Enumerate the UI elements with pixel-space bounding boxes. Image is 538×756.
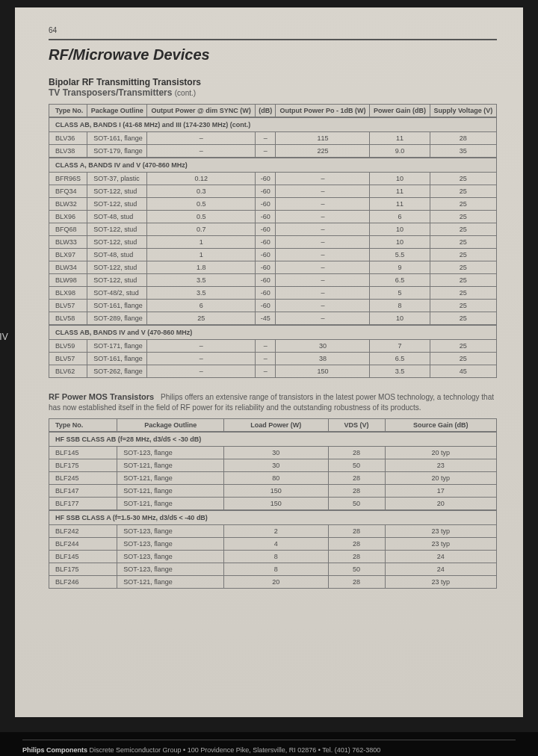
cell: 35 xyxy=(430,145,496,158)
table-row: BLV59SOT-171, flange––30725 xyxy=(49,340,497,353)
cell: 23 typ xyxy=(385,525,496,538)
cell: – xyxy=(147,365,256,378)
cell: SOT-123, flange xyxy=(117,525,224,538)
cell: BLF245 xyxy=(49,472,117,485)
cell: -60 xyxy=(256,223,276,236)
section-label: HF SSB CLASS AB (f=28 MHz, d3/d5 < -30 d… xyxy=(49,432,497,447)
section-row: CLASS AB, BANDS I (41-68 MHz) and III (1… xyxy=(49,117,497,132)
th: Output Power @ dim SYNC (W) xyxy=(147,105,256,118)
table-row: BLV36SOT-161, flange––1151128 xyxy=(49,132,497,145)
section-label: HF SSB CLASS A (f=1.5-30 MHz, d3/d5 < -4… xyxy=(49,510,497,525)
footer: Philips Components Discrete Semiconducto… xyxy=(0,732,538,756)
cell: BFQ34 xyxy=(49,185,87,198)
table-row: BLF145SOT-123, flange302820 typ xyxy=(49,447,497,459)
page-number: 64 xyxy=(49,26,497,34)
section-row: HF SSB CLASS A (f=1.5-30 MHz, d3/d5 < -4… xyxy=(49,510,497,525)
cell: 7 xyxy=(370,340,430,353)
cell: – xyxy=(276,236,370,249)
cell: BLF175 xyxy=(49,563,117,576)
cell: – xyxy=(147,145,256,158)
cell: 11 xyxy=(370,198,430,211)
cell: 9.0 xyxy=(370,145,430,158)
section1-sub: TV Transposers/Transmitters (cont.) xyxy=(49,87,497,98)
rule xyxy=(49,39,497,40)
cell: 10 xyxy=(370,223,430,236)
section-label: CLASS A, BANDS IV and V (470-860 MHz) xyxy=(49,158,497,173)
cell: 150 xyxy=(276,365,370,378)
cell: 17 xyxy=(385,485,496,498)
th: Source Gain (dB) xyxy=(385,419,496,433)
section-label: CLASS AB, BANDS IV and V (470-860 MHz) xyxy=(49,325,497,340)
cell: -60 xyxy=(256,274,276,287)
cell: 0.12 xyxy=(147,173,256,185)
cell: 11 xyxy=(370,185,430,198)
cell: 25 xyxy=(430,261,496,274)
cell: BLF242 xyxy=(49,525,117,538)
cell: SOT-121, flange xyxy=(117,576,224,589)
cell: 38 xyxy=(276,353,370,365)
cell: 28 xyxy=(328,447,385,459)
cell: BLW34 xyxy=(49,261,87,274)
side-tab: IV xyxy=(0,321,15,353)
table-row: BLF242SOT-123, flange22823 typ xyxy=(49,525,497,538)
cell: 3.5 xyxy=(147,287,256,300)
cell: BLF175 xyxy=(49,459,117,472)
cell: BLW32 xyxy=(49,198,87,211)
cell: SOT-161, flange xyxy=(87,353,147,365)
cell: 150 xyxy=(224,498,328,511)
cell: BLF145 xyxy=(49,447,117,459)
cell: BFQ68 xyxy=(49,223,87,236)
cell: 80 xyxy=(224,472,328,485)
cell: BLV58 xyxy=(49,312,87,326)
cell: SOT-121, flange xyxy=(117,459,224,472)
cell: BFR96S xyxy=(49,173,87,185)
table-row: BLW33SOT-122, stud1-60–1025 xyxy=(49,236,497,249)
cell: 25 xyxy=(430,287,496,300)
cell: SOT-122, stud xyxy=(87,274,147,287)
cell: – xyxy=(276,249,370,261)
cell: 25 xyxy=(430,340,496,353)
table-row: BLF177SOT-121, flange1505020 xyxy=(49,498,497,511)
cell: 6 xyxy=(147,300,256,312)
cell: SOT-37, plastic xyxy=(87,173,147,185)
table-row: BLW34SOT-122, stud1.8-60–925 xyxy=(49,261,497,274)
cell: 25 xyxy=(430,236,496,249)
cell: 50 xyxy=(328,498,385,511)
table-row: BLF145SOT-123, flange82824 xyxy=(49,551,497,563)
cell: BLX96 xyxy=(49,211,87,223)
cell: 3.5 xyxy=(147,274,256,287)
cell: 9 xyxy=(370,261,430,274)
cell: 25 xyxy=(147,312,256,326)
table-row: BLV57SOT-161, flange6-60–825 xyxy=(49,300,497,312)
cell: – xyxy=(276,300,370,312)
cell: 30 xyxy=(276,340,370,353)
cell: SOT-161, flange xyxy=(87,300,147,312)
cell: BLV36 xyxy=(49,132,87,145)
table-row: BFQ34SOT-122, stud0.3-60–1125 xyxy=(49,185,497,198)
cell: 20 typ xyxy=(385,472,496,485)
cell: – xyxy=(256,353,276,365)
cell: – xyxy=(276,211,370,223)
cell: 225 xyxy=(276,145,370,158)
cell: BLX98 xyxy=(49,287,87,300)
cell: 115 xyxy=(276,132,370,145)
cell: 23 typ xyxy=(385,538,496,551)
cell: 30 xyxy=(224,447,328,459)
cell: – xyxy=(256,145,276,158)
cont-label: (cont.) xyxy=(175,89,196,97)
cell: 45 xyxy=(430,365,496,378)
cell: 28 xyxy=(328,551,385,563)
table-row: BLF245SOT-121, flange802820 typ xyxy=(49,472,497,485)
cell: 28 xyxy=(328,538,385,551)
cell: 20 typ xyxy=(385,447,496,459)
cell: -60 xyxy=(256,173,276,185)
cell: 25 xyxy=(430,274,496,287)
cell: SOT-179, flange xyxy=(87,145,147,158)
cell: -45 xyxy=(256,312,276,326)
table-row: BLV57SOT-161, flange––386.525 xyxy=(49,353,497,365)
cell: 0.5 xyxy=(147,198,256,211)
cell: SOT-122, stud xyxy=(87,198,147,211)
table-row: BFR96SSOT-37, plastic0.12-60–1025 xyxy=(49,173,497,185)
section-row: CLASS AB, BANDS IV and V (470-860 MHz) xyxy=(49,325,497,340)
cell: SOT-161, flange xyxy=(87,132,147,145)
